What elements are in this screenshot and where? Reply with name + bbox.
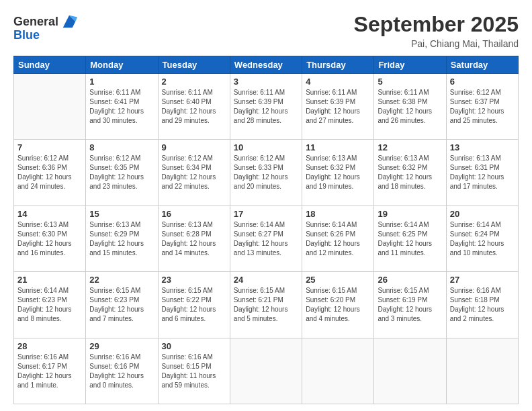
logo-text-general: General xyxy=(13,15,58,29)
calendar-week-row: 1Sunrise: 6:11 AM Sunset: 6:41 PM Daylig… xyxy=(14,74,519,140)
day-number: 18 xyxy=(306,209,370,219)
table-row: 16Sunrise: 6:13 AM Sunset: 6:28 PM Dayli… xyxy=(158,205,230,271)
day-info: Sunrise: 6:14 AM Sunset: 6:25 PM Dayligh… xyxy=(378,220,442,258)
table-row: 27Sunrise: 6:16 AM Sunset: 6:18 PM Dayli… xyxy=(446,272,518,338)
table-row: 7Sunrise: 6:12 AM Sunset: 6:36 PM Daylig… xyxy=(14,140,86,205)
table-row: 29Sunrise: 6:16 AM Sunset: 6:16 PM Dayli… xyxy=(86,338,158,404)
day-info: Sunrise: 6:15 AM Sunset: 6:19 PM Dayligh… xyxy=(378,286,442,324)
col-saturday: Saturday xyxy=(446,56,518,74)
day-number: 10 xyxy=(234,142,298,152)
table-row: 2Sunrise: 6:11 AM Sunset: 6:40 PM Daylig… xyxy=(158,74,230,140)
day-number: 12 xyxy=(378,142,442,152)
calendar-header-row: Sunday Monday Tuesday Wednesday Thursday… xyxy=(14,56,519,74)
day-info: Sunrise: 6:12 AM Sunset: 6:33 PM Dayligh… xyxy=(234,154,298,191)
table-row: 6Sunrise: 6:12 AM Sunset: 6:37 PM Daylig… xyxy=(446,74,518,140)
day-info: Sunrise: 6:11 AM Sunset: 6:38 PM Dayligh… xyxy=(378,88,442,126)
table-row xyxy=(446,338,518,404)
day-info: Sunrise: 6:13 AM Sunset: 6:31 PM Dayligh… xyxy=(450,154,515,191)
day-info: Sunrise: 6:12 AM Sunset: 6:34 PM Dayligh… xyxy=(162,154,226,191)
table-row xyxy=(302,338,374,404)
page: General Blue September 2025 Pai, Chiang … xyxy=(0,0,532,411)
table-row: 17Sunrise: 6:14 AM Sunset: 6:27 PM Dayli… xyxy=(230,205,302,271)
day-info: Sunrise: 6:11 AM Sunset: 6:39 PM Dayligh… xyxy=(234,88,298,126)
day-number: 13 xyxy=(450,142,515,152)
table-row: 3Sunrise: 6:11 AM Sunset: 6:39 PM Daylig… xyxy=(230,74,302,140)
day-number: 26 xyxy=(378,275,442,285)
day-number: 24 xyxy=(234,275,298,285)
table-row: 25Sunrise: 6:15 AM Sunset: 6:20 PM Dayli… xyxy=(302,272,374,338)
day-number: 28 xyxy=(17,341,82,351)
day-info: Sunrise: 6:11 AM Sunset: 6:40 PM Dayligh… xyxy=(162,88,226,126)
col-monday: Monday xyxy=(86,56,158,74)
col-sunday: Sunday xyxy=(14,56,86,74)
table-row: 22Sunrise: 6:15 AM Sunset: 6:23 PM Dayli… xyxy=(86,272,158,338)
day-info: Sunrise: 6:11 AM Sunset: 6:41 PM Dayligh… xyxy=(89,88,154,126)
day-info: Sunrise: 6:16 AM Sunset: 6:16 PM Dayligh… xyxy=(89,353,154,390)
subtitle: Pai, Chiang Mai, Thailand xyxy=(354,38,519,49)
table-row: 1Sunrise: 6:11 AM Sunset: 6:41 PM Daylig… xyxy=(86,74,158,140)
day-number: 29 xyxy=(89,341,154,351)
table-row: 28Sunrise: 6:16 AM Sunset: 6:17 PM Dayli… xyxy=(14,338,86,404)
day-number: 4 xyxy=(306,77,370,87)
col-thursday: Thursday xyxy=(302,56,374,74)
day-info: Sunrise: 6:15 AM Sunset: 6:23 PM Dayligh… xyxy=(89,286,154,324)
day-info: Sunrise: 6:13 AM Sunset: 6:29 PM Dayligh… xyxy=(89,220,154,258)
col-wednesday: Wednesday xyxy=(230,56,302,74)
table-row: 15Sunrise: 6:13 AM Sunset: 6:29 PM Dayli… xyxy=(86,205,158,271)
day-number: 19 xyxy=(378,209,442,219)
col-tuesday: Tuesday xyxy=(158,56,230,74)
table-row: 5Sunrise: 6:11 AM Sunset: 6:38 PM Daylig… xyxy=(374,74,446,140)
day-number: 11 xyxy=(306,142,370,152)
table-row: 23Sunrise: 6:15 AM Sunset: 6:22 PM Dayli… xyxy=(158,272,230,338)
day-number: 9 xyxy=(162,142,226,152)
day-number: 22 xyxy=(89,275,154,285)
day-info: Sunrise: 6:13 AM Sunset: 6:32 PM Dayligh… xyxy=(306,154,370,191)
day-number: 23 xyxy=(162,275,226,285)
day-number: 15 xyxy=(89,209,154,219)
calendar-week-row: 21Sunrise: 6:14 AM Sunset: 6:23 PM Dayli… xyxy=(14,272,519,338)
table-row: 8Sunrise: 6:12 AM Sunset: 6:35 PM Daylig… xyxy=(86,140,158,205)
day-info: Sunrise: 6:12 AM Sunset: 6:35 PM Dayligh… xyxy=(89,154,154,191)
day-info: Sunrise: 6:12 AM Sunset: 6:37 PM Dayligh… xyxy=(450,88,515,126)
day-info: Sunrise: 6:16 AM Sunset: 6:18 PM Dayligh… xyxy=(450,286,515,324)
day-info: Sunrise: 6:14 AM Sunset: 6:26 PM Dayligh… xyxy=(306,220,370,258)
header: General Blue September 2025 Pai, Chiang … xyxy=(13,12,519,49)
day-info: Sunrise: 6:15 AM Sunset: 6:22 PM Dayligh… xyxy=(162,286,226,324)
day-info: Sunrise: 6:13 AM Sunset: 6:30 PM Dayligh… xyxy=(17,220,82,258)
day-number: 16 xyxy=(162,209,226,219)
day-number: 7 xyxy=(17,142,82,152)
title-group: September 2025 Pai, Chiang Mai, Thailand xyxy=(354,12,519,49)
table-row: 12Sunrise: 6:13 AM Sunset: 6:32 PM Dayli… xyxy=(374,140,446,205)
table-row: 20Sunrise: 6:14 AM Sunset: 6:24 PM Dayli… xyxy=(446,205,518,271)
table-row: 30Sunrise: 6:16 AM Sunset: 6:15 PM Dayli… xyxy=(158,338,230,404)
day-info: Sunrise: 6:11 AM Sunset: 6:39 PM Dayligh… xyxy=(306,88,370,126)
day-number: 3 xyxy=(234,77,298,87)
logo: General Blue xyxy=(13,12,79,42)
table-row: 10Sunrise: 6:12 AM Sunset: 6:33 PM Dayli… xyxy=(230,140,302,205)
day-info: Sunrise: 6:16 AM Sunset: 6:15 PM Dayligh… xyxy=(162,353,226,390)
table-row: 4Sunrise: 6:11 AM Sunset: 6:39 PM Daylig… xyxy=(302,74,374,140)
table-row: 14Sunrise: 6:13 AM Sunset: 6:30 PM Dayli… xyxy=(14,205,86,271)
day-info: Sunrise: 6:14 AM Sunset: 6:27 PM Dayligh… xyxy=(234,220,298,258)
day-info: Sunrise: 6:14 AM Sunset: 6:23 PM Dayligh… xyxy=(17,286,82,324)
day-number: 17 xyxy=(234,209,298,219)
day-info: Sunrise: 6:15 AM Sunset: 6:21 PM Dayligh… xyxy=(234,286,298,324)
table-row xyxy=(14,74,86,140)
day-info: Sunrise: 6:15 AM Sunset: 6:20 PM Dayligh… xyxy=(306,286,370,324)
table-row: 11Sunrise: 6:13 AM Sunset: 6:32 PM Dayli… xyxy=(302,140,374,205)
table-row xyxy=(230,338,302,404)
calendar-table: Sunday Monday Tuesday Wednesday Thursday… xyxy=(13,56,519,404)
table-row: 26Sunrise: 6:15 AM Sunset: 6:19 PM Dayli… xyxy=(374,272,446,338)
calendar-week-row: 28Sunrise: 6:16 AM Sunset: 6:17 PM Dayli… xyxy=(14,338,519,404)
day-info: Sunrise: 6:12 AM Sunset: 6:36 PM Dayligh… xyxy=(17,154,82,191)
day-number: 5 xyxy=(378,77,442,87)
day-number: 27 xyxy=(450,275,515,285)
col-friday: Friday xyxy=(374,56,446,74)
table-row: 21Sunrise: 6:14 AM Sunset: 6:23 PM Dayli… xyxy=(14,272,86,338)
calendar-week-row: 7Sunrise: 6:12 AM Sunset: 6:36 PM Daylig… xyxy=(14,140,519,205)
table-row: 9Sunrise: 6:12 AM Sunset: 6:34 PM Daylig… xyxy=(158,140,230,205)
day-info: Sunrise: 6:14 AM Sunset: 6:24 PM Dayligh… xyxy=(450,220,515,258)
day-number: 25 xyxy=(306,275,370,285)
calendar-week-row: 14Sunrise: 6:13 AM Sunset: 6:30 PM Dayli… xyxy=(14,205,519,271)
table-row: 24Sunrise: 6:15 AM Sunset: 6:21 PM Dayli… xyxy=(230,272,302,338)
